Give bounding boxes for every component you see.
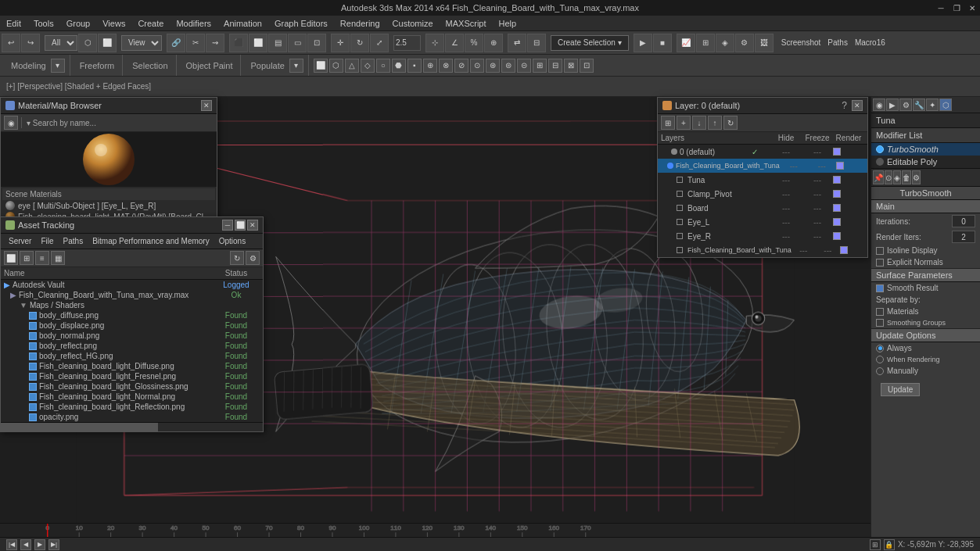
status-next-frame-btn[interactable]: ▶| bbox=[48, 539, 59, 550]
mat-browse-btn[interactable]: ◉ bbox=[4, 116, 18, 130]
rect-region-btn[interactable]: ▭ bbox=[288, 34, 307, 52]
material-editor-btn[interactable]: ◈ bbox=[716, 34, 734, 52]
asset-tracking-close[interactable]: ✕ bbox=[247, 220, 258, 231]
asset-tb-3[interactable]: ≡ bbox=[35, 251, 49, 265]
modifier-editable-poly[interactable]: Editable Poly bbox=[871, 156, 980, 168]
iterations-input[interactable] bbox=[952, 215, 975, 227]
populate-options-btn[interactable]: ▾ bbox=[289, 59, 303, 73]
tb2-btn-16[interactable]: ⊟ bbox=[548, 59, 562, 73]
menu-tools[interactable]: Tools bbox=[27, 16, 60, 30]
select-btn[interactable]: ⬡ bbox=[78, 34, 97, 52]
tb2-btn-11[interactable]: ⊙ bbox=[470, 59, 484, 73]
hierarchy-icon-btn[interactable]: ⚙ bbox=[899, 98, 912, 111]
undo-btn[interactable]: ↩ bbox=[2, 34, 20, 52]
stop-anim-btn[interactable]: ■ bbox=[653, 34, 672, 52]
menu-customize[interactable]: Customize bbox=[386, 16, 440, 30]
layer-panel-help[interactable]: ? bbox=[838, 100, 850, 111]
tb2-btn-18[interactable]: ⊡ bbox=[580, 59, 594, 73]
smoothing-groups-checkbox[interactable] bbox=[876, 319, 884, 327]
show-end-result-btn[interactable]: ⊙ bbox=[885, 170, 892, 184]
asset-menu-bitmap-perf[interactable]: Bitmap Performance and Memory bbox=[88, 234, 214, 249]
materials-checkbox[interactable] bbox=[876, 308, 884, 316]
make-unique-btn[interactable]: ◈ bbox=[893, 170, 901, 184]
pin-stack-btn[interactable]: 📌 bbox=[873, 170, 884, 184]
layer-row-eye-l[interactable]: Eye_L --- --- bbox=[658, 215, 867, 229]
asset-tb-2[interactable]: ⊞ bbox=[20, 251, 34, 265]
tb2-btn-12[interactable]: ⊛ bbox=[486, 59, 500, 73]
render-iters-input[interactable] bbox=[952, 231, 975, 243]
material-browser-close[interactable]: ✕ bbox=[201, 100, 212, 111]
mirror-btn[interactable]: ⇄ bbox=[508, 34, 526, 52]
menu-maxscript[interactable]: MAXScript bbox=[440, 16, 493, 30]
snap-value-input[interactable] bbox=[393, 35, 421, 51]
asset-row-opacity[interactable]: opacity.png Found bbox=[1, 412, 263, 422]
isoline-checkbox[interactable] bbox=[876, 247, 884, 255]
close-btn[interactable]: ✕ bbox=[964, 0, 980, 16]
menu-views[interactable]: Views bbox=[96, 16, 131, 30]
asset-menu-file[interactable]: File bbox=[36, 234, 58, 249]
config-modifier-sets-btn[interactable]: ⚙ bbox=[912, 170, 921, 184]
lock-icon[interactable]: 🔒 bbox=[884, 539, 895, 550]
menu-group[interactable]: Group bbox=[60, 16, 97, 30]
mat-item-0[interactable]: eye [ Multi/Sub-Object ] [Eye_L, Eye_R] bbox=[2, 200, 215, 211]
view-dropdown[interactable]: View bbox=[121, 35, 162, 51]
menu-edit[interactable]: Edit bbox=[0, 16, 27, 30]
scale-btn[interactable]: ⤢ bbox=[370, 34, 389, 52]
grid-snap-icon[interactable]: ⊞ bbox=[870, 539, 881, 550]
align-btn[interactable]: ⊟ bbox=[527, 34, 546, 52]
tb2-btn-13[interactable]: ⊜ bbox=[501, 59, 515, 73]
mode-dropdown[interactable]: All bbox=[45, 35, 77, 51]
select-obj-btn[interactable]: ⬜ bbox=[249, 34, 267, 52]
select-filter-btn[interactable]: ⬛ bbox=[229, 34, 248, 52]
redo-btn[interactable]: ↪ bbox=[21, 34, 40, 52]
asset-scrollbar[interactable] bbox=[1, 422, 263, 431]
asset-row-file[interactable]: ▶ Fish_Cleaning_Board_with_Tuna_max_vray… bbox=[1, 290, 263, 300]
minimize-btn[interactable]: ─ bbox=[933, 0, 949, 16]
layer-tb-4[interactable]: ↑ bbox=[708, 116, 722, 130]
asset-row-board-fresnel[interactable]: Fish_cleaning_board_light_Fresnel.png Fo… bbox=[1, 371, 263, 381]
tb2-btn-7[interactable]: ▪ bbox=[407, 59, 422, 73]
tb2-btn-9[interactable]: ⊗ bbox=[439, 59, 453, 73]
asset-menu-paths[interactable]: Paths bbox=[59, 234, 88, 249]
layer-row-eye-r[interactable]: Eye_R --- --- bbox=[658, 229, 867, 243]
asset-row-body-diffuse[interactable]: body_diffuse.png Found bbox=[1, 310, 263, 320]
tb2-btn-17[interactable]: ⊠ bbox=[564, 59, 578, 73]
asset-row-body-reflect[interactable]: body_reflect.png Found bbox=[1, 341, 263, 351]
status-prev-frame-btn[interactable]: ◀ bbox=[20, 539, 31, 550]
explicit-normals-checkbox[interactable] bbox=[876, 259, 884, 267]
render-btn[interactable]: 🖼 bbox=[755, 34, 774, 52]
remove-modifier-btn[interactable]: 🗑 bbox=[902, 170, 911, 184]
asset-row-maps[interactable]: ▼ Maps / Shaders bbox=[1, 300, 263, 310]
bind-space-warp-btn[interactable]: ⇝ bbox=[206, 34, 224, 52]
menu-rendering[interactable]: Rendering bbox=[334, 16, 386, 30]
tb2-btn-14[interactable]: ⊝ bbox=[517, 59, 531, 73]
render-setup-btn[interactable]: ⚙ bbox=[735, 34, 754, 52]
asset-menu-server[interactable]: Server bbox=[4, 234, 36, 249]
unlink-btn[interactable]: ✂ bbox=[186, 34, 205, 52]
tb2-btn-1[interactable]: ⬜ bbox=[314, 59, 328, 73]
asset-row-body-displace[interactable]: body_displace.png Found bbox=[1, 320, 263, 331]
schematic-btn[interactable]: ⊞ bbox=[696, 34, 715, 52]
asset-tb-settings[interactable]: ⚙ bbox=[246, 251, 260, 265]
layer-row-board[interactable]: Board --- --- bbox=[658, 201, 867, 215]
curve-editor-btn[interactable]: 📈 bbox=[677, 34, 695, 52]
tb2-btn-8[interactable]: ⊕ bbox=[423, 59, 437, 73]
menu-animation[interactable]: Animation bbox=[217, 16, 268, 30]
layer-row-fish-cleaning-2[interactable]: Fish_Cleaning_Board_with_Tuna --- --- bbox=[658, 243, 867, 257]
create-icon-btn[interactable]: ✦ bbox=[926, 98, 939, 111]
create-selection-btn[interactable]: Create Selection ▾ bbox=[551, 35, 629, 51]
layer-row-0-default[interactable]: 0 (default) ✓ --- --- bbox=[658, 145, 867, 159]
layer-row-clamp-pivot[interactable]: Clamp_Pivot --- --- bbox=[658, 187, 867, 201]
tb2-btn-3[interactable]: △ bbox=[345, 59, 359, 73]
update-btn[interactable]: Update bbox=[881, 383, 920, 396]
percent-snap-btn[interactable]: % bbox=[465, 34, 483, 52]
restore-btn[interactable]: ❐ bbox=[949, 0, 964, 16]
menu-modifiers[interactable]: Modifiers bbox=[170, 16, 217, 30]
layer-row-fish-cleaning[interactable]: Fish_Cleaning_Board_with_Tuna --- --- bbox=[658, 159, 867, 173]
status-play-forward-btn[interactable]: ▶ bbox=[34, 539, 45, 550]
always-radio[interactable] bbox=[876, 345, 884, 352]
asset-tb-1[interactable]: ⬜ bbox=[4, 251, 18, 265]
timeline-ruler[interactable]: 0 10 20 30 40 50 60 70 80 90 100 110 120… bbox=[0, 524, 871, 537]
play-anim-btn[interactable]: ▶ bbox=[634, 34, 652, 52]
snap-btn[interactable]: ⊹ bbox=[425, 34, 444, 52]
